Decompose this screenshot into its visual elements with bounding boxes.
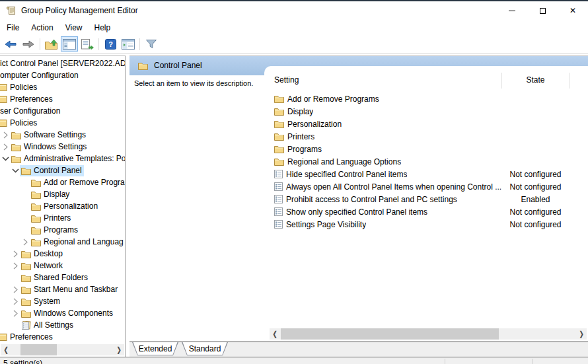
tree-item[interactable]: Preferences [0,93,125,105]
list-item[interactable]: Programs [264,143,588,155]
folder-icon [31,226,41,235]
list-item[interactable]: Regional and Language Options [264,155,588,168]
chevron-right-icon[interactable] [21,238,30,246]
tree-item[interactable]: Desktop [0,248,125,260]
minimize-button[interactable] [497,1,527,20]
list-item[interactable]: Hide specified Control Panel itemsNot co… [264,168,588,180]
tree-item-label: Desktop [34,249,63,258]
tab-standard[interactable]: Standard [182,342,228,355]
menu-action[interactable]: Action [25,21,59,34]
tree-item-label: Control Panel [34,166,82,175]
tree-item-label: omputer Configuration [0,71,79,80]
scroll-right-icon[interactable]: ❭ [576,328,587,340]
column-header-setting[interactable]: Setting [274,75,299,85]
main-area: ict Control Panel [SERVER2022.AD.LAomput… [0,55,588,357]
tree-item[interactable]: System [0,295,125,307]
scroll-left-icon[interactable]: ❬ [270,328,280,340]
chevron-down-icon[interactable] [1,157,10,161]
scroll-left-icon[interactable]: ❬ [1,344,11,355]
chevron-right-icon[interactable] [1,143,10,151]
help-button[interactable]: ? [102,36,119,52]
filter-button[interactable] [143,36,160,52]
folder-icon [31,214,41,223]
show-action-pane-button[interactable] [120,36,137,52]
policy-icon [274,195,283,203]
column-divider[interactable] [501,73,502,89]
tree-item[interactable]: Administrative Templates: Poli [0,153,125,164]
list-item[interactable]: Personalization [264,118,588,130]
list-item[interactable]: Show only specified Control Panel itemsN… [264,205,588,218]
tree-item-label: Start Menu and Taskbar [34,285,118,294]
folder-icon [21,297,31,306]
tree-item-label: Shared Folders [34,273,88,282]
tree-item-label: Programs [44,225,78,235]
show-console-tree-button[interactable] [61,36,78,52]
tree-item[interactable]: Regional and Languag [0,236,125,248]
setting-state: Not configured [501,220,570,229]
setting-name: Prohibit access to Control Panel and PC … [286,195,457,204]
up-one-level-button[interactable] [43,36,60,52]
scroll-right-icon[interactable]: ❭ [114,344,124,355]
chevron-right-icon[interactable] [11,310,20,317]
close-button[interactable]: ✕ [558,1,588,20]
svg-text:?: ? [108,40,113,48]
tree-item[interactable]: Policies [0,117,125,129]
chevron-right-icon[interactable] [11,262,20,270]
chevron-down-icon[interactable] [11,168,20,173]
tree-item[interactable]: omputer Configuration [0,69,125,81]
menu-view[interactable]: View [59,21,89,34]
column-header-state[interactable]: State [501,75,570,85]
tree-horizontal-scrollbar[interactable]: ❬ ❭ [1,344,124,355]
chevron-right-icon[interactable] [11,250,20,258]
tree-item-label: All Settings [34,320,73,330]
maximize-button[interactable] [527,1,558,20]
tree-item[interactable]: All Settings [0,319,125,331]
forward-button[interactable] [20,36,37,52]
back-button[interactable] [2,36,19,52]
menu-help[interactable]: Help [89,21,117,34]
folder-icon [21,250,31,258]
list-item[interactable]: Settings Page VisibilityNot configured [264,218,588,231]
export-list-button[interactable] [79,36,96,52]
list-item[interactable]: Prohibit access to Control Panel and PC … [264,193,588,205]
tree-item[interactable]: Display [0,188,125,200]
list-item[interactable]: Always open All Control Panel Items when… [264,180,588,193]
folder-icon [138,61,148,70]
folder-icon [11,155,21,163]
chevron-right-icon[interactable] [1,131,10,139]
list-item[interactable]: Printers [264,130,588,143]
folder-icon [21,262,31,270]
tree-item[interactable]: Policies [0,81,125,93]
list-scrollbar-thumb[interactable] [281,328,499,340]
tree-item[interactable]: ser Configuration [0,105,125,117]
tree-item[interactable]: Printers [0,212,125,224]
tree-scrollbar-thumb[interactable] [20,344,57,355]
chevron-right-icon[interactable] [11,298,20,305]
list-item[interactable]: Display [264,105,588,118]
setting-state: Not configured [501,207,570,217]
tree-item[interactable]: Shared Folders [0,272,125,283]
results-pane: Control Panel Select an item to view its… [129,55,588,357]
tree-item[interactable]: Software Settings [0,129,125,141]
tree-item[interactable]: Network [0,260,125,272]
tree-item-label: Preferences [10,332,53,342]
tree-item[interactable]: Personalization [0,200,125,212]
tree-item[interactable]: Programs [0,224,125,236]
chevron-right-icon[interactable] [11,286,20,293]
toolbar-separator [40,38,40,50]
list-horizontal-scrollbar[interactable]: ❬ ❭ [270,328,587,340]
tree-item[interactable]: ict Control Panel [SERVER2022.AD.LA [0,57,125,69]
menu-file[interactable]: File [1,21,25,34]
list-item[interactable]: Add or Remove Programs [264,92,588,105]
tree-item[interactable]: Windows Components [0,307,125,319]
tree-item[interactable]: Windows Settings [0,141,125,153]
tree-item[interactable]: Add or Remove Progra [0,176,125,188]
tree-item[interactable]: Control Panel [0,164,125,176]
close-icon: ✕ [570,7,576,15]
tree-item[interactable]: Start Menu and Taskbar [0,283,125,295]
tree-item[interactable]: Preferences [0,331,125,343]
tab-extended[interactable]: Extended [132,342,178,355]
column-divider[interactable] [570,73,570,89]
help-icon: ? [105,39,116,50]
setting-name: Programs [287,145,322,154]
